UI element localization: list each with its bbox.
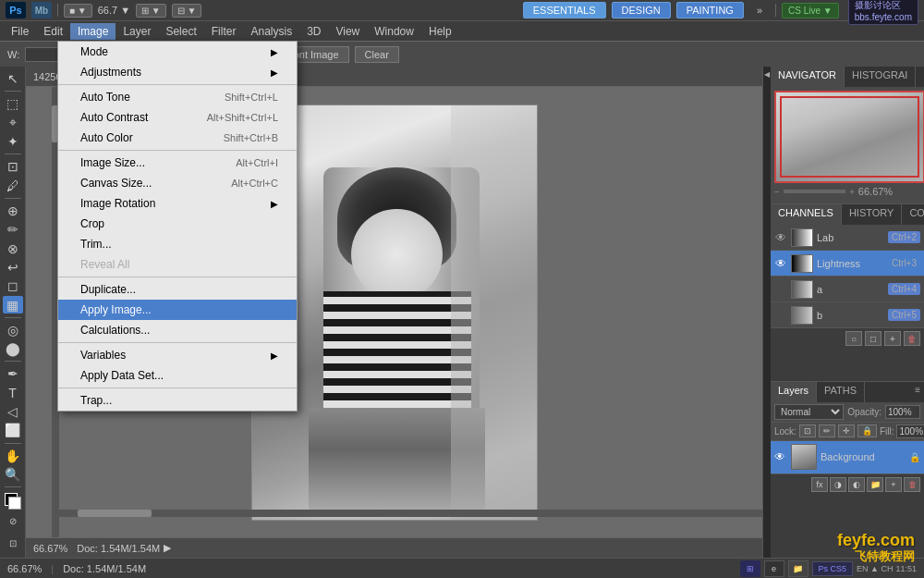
forum-link[interactable]: 摄影讨论区bbs.feyte.com [848,0,918,25]
lock-transparency-button[interactable]: ⊡ [799,424,816,437]
layer-new-button[interactable]: + [885,477,902,492]
scrollbar-thumb-h[interactable] [78,510,152,517]
menu-item-mode[interactable]: Mode ▶ [58,42,297,62]
opacity-input[interactable] [885,405,920,419]
menu-item-reveal-all[interactable]: Reveal All [58,254,297,275]
menu-layer[interactable]: Layer [116,23,158,40]
eyedropper-tool[interactable]: 🖊 [3,177,23,193]
menu-item-image-rotation[interactable]: Image Rotation ▶ [58,193,297,214]
tab-history[interactable]: HISTORY [842,204,903,225]
tab-histogram[interactable]: HISTOGRAI [845,67,916,87]
eraser-tool[interactable]: ◻ [3,277,23,294]
crop-tool[interactable]: ⊡ [3,158,23,175]
lock-position-button[interactable]: ✛ [838,424,855,437]
magic-wand-tool[interactable]: ✦ [3,133,23,150]
healing-tool[interactable]: ⊕ [3,203,23,219]
cs-live-button[interactable]: CS Live ▼ [782,3,839,18]
menu-item-crop[interactable]: Crop [58,214,297,234]
dodge-tool[interactable]: ⬤ [3,340,23,357]
zoom-tool[interactable]: 🔍 [3,466,23,483]
taskbar-ps[interactable]: Ps CS5 [812,561,854,576]
tab-color[interactable]: COLOR [902,204,924,225]
channels-new-button[interactable]: + [884,331,901,346]
menu-analysis[interactable]: Analysis [243,23,299,40]
fill-input[interactable] [896,424,924,438]
menu-help[interactable]: Help [421,23,459,40]
tab-info[interactable]: INFO [916,67,924,87]
tab-channels[interactable]: CHANNELS [771,204,842,225]
clone-tool[interactable]: ⊗ [3,240,23,256]
hand-tool[interactable]: ✋ [3,447,23,463]
layer-group-button[interactable]: 📁 [867,477,883,492]
menu-item-image-size[interactable]: Image Size... Alt+Ctrl+I [58,153,297,173]
path-tool[interactable]: ◁ [3,403,23,420]
layer-eye-background[interactable]: 👁 [774,450,787,463]
channel-eye-b[interactable] [774,309,787,322]
gradient-tool[interactable]: ▦ [3,296,23,313]
selection-tool[interactable]: ⬚ [3,95,23,112]
channel-row-b[interactable]: b Ctrl+5 [771,302,924,328]
menu-edit[interactable]: Edit [36,23,70,40]
menu-item-duplicate[interactable]: Duplicate... [58,279,297,300]
essentials-button[interactable]: ESSENTIALS [523,2,606,18]
layout-button[interactable]: ⊟ ▼ [172,4,202,18]
menu-item-apply-data-set[interactable]: Apply Data Set... [58,365,297,386]
screen-mode-button[interactable]: ⊡ [3,534,23,554]
taskbar-start[interactable]: ⊞ [740,560,760,577]
menu-item-auto-color[interactable]: Auto Color Shift+Ctrl+B [58,128,297,148]
lock-all-button[interactable]: 🔒 [857,424,877,437]
menu-3d[interactable]: 3D [299,23,328,40]
panel-collapse-arrow[interactable]: ◀ [764,70,770,79]
document-button[interactable]: ■ ▼ [64,4,92,18]
menu-window[interactable]: Window [367,23,421,40]
tab-paths[interactable]: PATHS [817,382,865,402]
design-button[interactable]: DESIGN [612,2,671,18]
channels-delete-button[interactable]: 🗑 [904,331,920,346]
menu-select[interactable]: Select [158,23,203,40]
menu-item-apply-image[interactable]: Apply Image... [58,300,297,320]
menu-item-auto-tone[interactable]: Auto Tone Shift+Ctrl+L [58,87,297,107]
view-options-button[interactable]: ⊞ ▼ [136,4,166,18]
menu-item-calculations[interactable]: Calculations... [58,320,297,340]
channel-row-lightness[interactable]: 👁 Lightness Ctrl+3 [771,251,924,277]
channel-eye-a[interactable] [774,283,787,296]
channel-row-a[interactable]: a Ctrl+4 [771,277,924,302]
layer-style-button[interactable]: fx [811,477,828,492]
blend-mode-select[interactable]: Normal [774,404,844,420]
layer-adjustment-button[interactable]: ◐ [848,477,865,492]
menu-item-canvas-size[interactable]: Canvas Size... Alt+Ctrl+C [58,173,297,193]
quick-mask-button[interactable]: ⊘ [3,511,23,532]
menu-item-trap[interactable]: Trap... [58,390,297,411]
menu-item-trim[interactable]: Trim... [58,234,297,254]
channel-row-lab[interactable]: 👁 Lab Ctrl+2 [771,225,924,251]
zoom-in-icon[interactable]: + [849,187,855,197]
channels-save-button[interactable]: □ [865,331,881,346]
expand-icon[interactable]: ▶ [164,542,171,554]
tab-navigator[interactable]: NAVIGATOR [771,67,845,87]
menu-item-variables[interactable]: Variables ▶ [58,345,297,365]
taskbar-ie[interactable]: e [764,560,784,577]
brush-tool[interactable]: ✏ [3,221,23,238]
blur-tool[interactable]: ◎ [3,322,23,338]
shape-tool[interactable]: ⬜ [3,422,23,438]
background-color[interactable] [8,497,21,510]
more-workspaces-button[interactable]: » [749,3,770,18]
menu-view[interactable]: View [328,23,367,40]
layer-mask-button[interactable]: ◑ [830,477,846,492]
tab-layers[interactable]: Layers [771,382,817,402]
zoom-out-icon[interactable]: − [774,187,780,197]
painting-button[interactable]: PAINTING [676,2,744,18]
horizontal-scrollbar[interactable] [59,510,762,517]
menu-file[interactable]: File [4,23,36,40]
channels-load-button[interactable]: ○ [845,331,862,346]
channel-eye-lightness[interactable]: 👁 [774,257,787,270]
menu-item-auto-contrast[interactable]: Auto Contrast Alt+Shift+Ctrl+L [58,107,297,128]
history-tool[interactable]: ↩ [3,259,23,276]
layer-delete-button[interactable]: 🗑 [904,477,920,492]
lock-image-button[interactable]: ✏ [819,424,835,437]
lasso-tool[interactable]: ⌖ [3,115,23,131]
menu-image[interactable]: Image [70,23,116,40]
move-tool[interactable]: ↖ [3,70,23,87]
channel-eye-lab[interactable]: 👁 [774,231,787,244]
zoom-slider[interactable] [784,190,845,193]
